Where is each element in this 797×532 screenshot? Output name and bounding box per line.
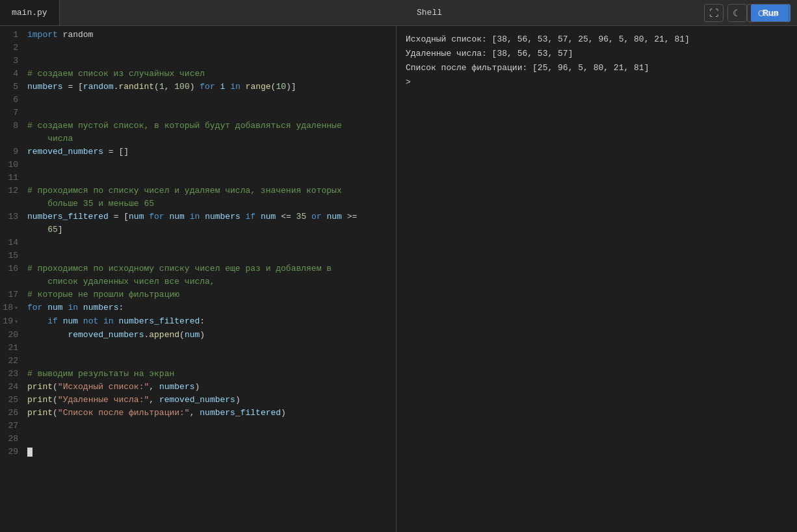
table-row: 18▾ for num in numbers: [0,301,396,315]
table-row: 17 # которые не прошли фильтрацию [0,288,396,301]
table-row: 23 # выводим результаты на экран [0,368,396,381]
tab-main[interactable]: main.py [0,0,60,25]
table-row: 1 import random [0,29,396,42]
moon-icon: ☾ [733,8,741,18]
topbar: main.py ⛶ ☾ Run [0,0,797,26]
shell-prompt-line: > [406,75,788,90]
table-row: 13 numbers_filtered = [num for num in nu… [0,210,396,223]
shell-label-text: Shell [417,8,442,18]
table-row: больше 35 и меньше 65 [0,197,396,210]
table-row: 16 # проходимся по исходному списку чисе… [0,262,396,275]
table-row: 3 [0,55,396,68]
main-content: 1 import random 2 3 4 # создаем список и… [0,26,797,532]
table-row: 24 print("Исходный список:", numbers) [0,381,396,394]
table-row: 65] [0,223,396,236]
shell-output-line3: Список после фильтрации: [25, 96, 5, 80,… [406,61,788,75]
shell-output-line1: Исходный список: [38, 56, 53, 57, 25, 96… [406,32,788,47]
table-row: числа [0,133,396,146]
shell-panel[interactable]: Исходный список: [38, 56, 53, 57, 25, 96… [397,26,797,532]
table-row: 7 [0,107,396,120]
shell-prompt-symbol: > [406,75,416,90]
fullscreen-button[interactable]: ⛶ [704,4,724,22]
table-row: 11 [0,171,396,184]
shell-panel-label: Shell [406,0,452,26]
table-row: 12 # проходимся по списку чисел и удаляе… [0,184,396,197]
table-row: 27 [0,420,396,433]
table-row: 14 [0,236,396,249]
table-row: 9 removed_numbers = [] [0,146,396,158]
fullscreen-icon: ⛶ [709,8,718,18]
table-row: 4 # создаем список из случайных чисел [0,68,396,81]
table-row: 8 # создаем пустой список, в который буд… [0,120,396,133]
table-row: 26 print("Список после фильтрации:", num… [0,407,396,420]
shell-output-line2: Удаленные числа: [38, 56, 53, 57] [406,47,788,61]
table-row: 10 [0,158,396,171]
table-row: список удаленных чисел все числа, [0,275,396,288]
table-row: 29 [0,446,396,459]
table-row: 5 numbers = [random.randint(1, 100) for … [0,81,396,94]
table-row: 19▾ if num not in numbers_filtered: [0,315,396,329]
table-row: 22 [0,355,396,368]
table-row: 2 [0,42,396,55]
table-row: 15 [0,249,396,262]
table-row: 20 removed_numbers.append(num) [0,329,396,342]
clear-button[interactable]: Clear [747,4,789,22]
table-row: 25 print("Удаленные числа:", removed_num… [0,394,396,407]
tab-label: main.py [12,8,47,18]
code-editor[interactable]: 1 import random 2 3 4 # создаем список и… [0,26,397,532]
theme-toggle-button[interactable]: ☾ [727,4,747,22]
table-row: 28 [0,433,396,446]
table-row: 6 [0,94,396,107]
table-row: 21 [0,342,396,355]
